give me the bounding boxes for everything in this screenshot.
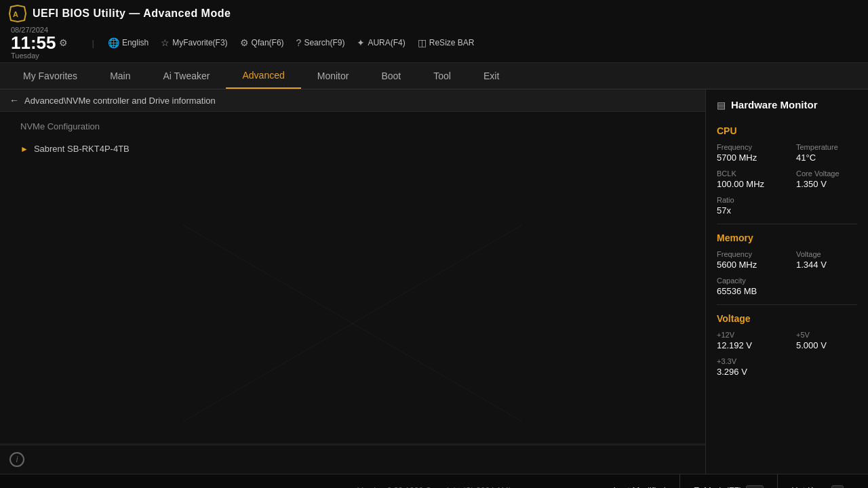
last-modified-button[interactable]: Last Modified [599,474,679,489]
memory-capacity-label: Capacity [717,277,778,285]
cpu-temperature-label: Temperature [796,143,857,151]
toolbar-english-label: English [122,38,149,47]
info-icon-area: i [0,445,705,474]
globe-icon: 🌐 [108,37,119,48]
app-title: UEFI BIOS Utility — Advanced Mode [33,7,231,20]
content-inner: NVMe Configuration ► Sabrent SB-RKT4P-4T… [0,112,705,443]
cpu-ratio-value: 57x [717,205,778,216]
nav-tool[interactable]: Tool [417,64,467,88]
datetime: 08/27/2024 11:55 ⚙ Tuesday [11,26,68,60]
cpu-core-voltage-label: Core Voltage [796,169,857,178]
hw-monitor-panel: ▤ Hardware Monitor CPU Frequency 5700 MH… [705,89,868,474]
memory-frequency-label: Frequency [717,250,778,258]
nav-advanced[interactable]: Advanced [226,63,300,89]
memory-frequency-value: 5600 MHz [717,260,778,270]
voltage-33v-label: +3.3V [717,357,778,365]
aura-icon: ✦ [357,37,365,48]
cpu-memory-divider [717,224,857,224]
memory-frequency-col: Frequency 5600 MHz [717,250,778,270]
cpu-core-voltage-col: Core Voltage 1.350 V [796,169,857,189]
toolbar-myfavorite-label: MyFavorite(F3) [172,38,227,47]
nav-boot[interactable]: Boot [365,64,417,88]
voltage-12v-5v-row: +12V 12.192 V +5V 5.000 V [717,331,857,350]
toolbar-qfan[interactable]: ⚙ Qfan(F6) [240,37,284,48]
hotkeys-key: ? [831,485,844,489]
breadcrumb-bar[interactable]: ← Advanced\NVMe controller and Drive inf… [0,89,705,112]
hotkeys-button[interactable]: Hot Keys ? [778,474,857,489]
back-arrow[interactable]: ← [9,95,19,106]
nav-exit[interactable]: Exit [467,64,515,88]
ezmode-label: EzMode(F7) [694,485,743,488]
footer-buttons: Last Modified EzMode(F7) |→ Hot Keys ? [599,474,857,489]
drive-name: Sabrent SB-RKT4P-4TB [34,144,130,154]
day-display: Tuesday [11,52,68,60]
logo-area: A UEFI BIOS Utility — Advanced Mode [8,4,231,23]
svg-text:A: A [13,10,18,18]
toolbar-resizebar[interactable]: ◫ ReSize BAR [418,37,475,48]
cpu-bclk-value: 100.00 MHz [717,179,778,189]
hotkeys-label: Hot Keys [791,485,827,488]
ezmode-button[interactable]: EzMode(F7) |→ [680,474,778,489]
cpu-ratio-col: Ratio 57x [717,196,778,216]
footer: Version 2.22.1286 Copyright (C) 2024 AMI… [0,474,868,488]
toolbar-aura-label: AURA(F4) [368,38,405,47]
toolbar: 🌐 English ☆ MyFavorite(F3) ⚙ Qfan(F6) ? … [108,37,860,48]
nav-main[interactable]: Main [94,64,146,88]
drive-expand-arrow: ► [20,144,28,154]
toolbar-resizebar-label: ReSize BAR [429,38,475,47]
resize-icon: ◫ [418,37,427,48]
voltage-12v-value: 12.192 V [717,340,778,350]
cpu-bclk-label: BCLK [717,169,778,178]
memory-voltage-value: 1.344 V [796,260,857,270]
hw-monitor-header: ▤ Hardware Monitor [717,99,857,116]
asus-logo: A [8,4,27,23]
cpu-freq-temp-row: Frequency 5700 MHz Temperature 41°C [717,143,857,163]
version-text: Version 2.22.1286 Copyright (C) 2024 AMI [357,486,510,489]
cpu-frequency-col: Frequency 5700 MHz [717,143,778,163]
nav-monitor[interactable]: Monitor [301,64,366,88]
memory-freq-voltage-row: Frequency 5600 MHz Voltage 1.344 V [717,250,857,270]
info-icon[interactable]: i [9,452,24,467]
voltage-section-title: Voltage [717,313,857,324]
voltage-5v-label: +5V [796,331,857,339]
search-icon: ? [296,37,302,48]
toolbar-english[interactable]: 🌐 English [108,37,149,48]
content-area: ← Advanced\NVMe controller and Drive inf… [0,89,705,474]
toolbar-myfavorite[interactable]: ☆ MyFavorite(F3) [161,37,227,48]
memory-capacity-col: Capacity 65536 MB [717,277,778,296]
voltage-5v-value: 5.000 V [796,340,857,350]
fan-icon: ⚙ [240,37,249,48]
memory-voltage-col: Voltage 1.344 V [796,250,857,270]
memory-section-title: Memory [717,232,857,243]
cpu-ratio-row: Ratio 57x [717,196,857,216]
toolbar-qfan-label: Qfan(F6) [252,38,284,47]
cpu-bclk-voltage-row: BCLK 100.00 MHz Core Voltage 1.350 V [717,169,857,189]
time-display: 11:55 [11,34,56,52]
toolbar-search-label: Search(F9) [304,38,344,47]
voltage-12v-label: +12V [717,331,778,339]
cpu-ratio-label: Ratio [717,196,778,204]
voltage-12v-col: +12V 12.192 V [717,331,778,350]
drive-item[interactable]: ► Sabrent SB-RKT4P-4TB [14,140,692,158]
cpu-section-title: CPU [717,125,857,136]
voltage-33v-col: +3.3V 3.296 V [717,357,778,377]
last-modified-label: Last Modified [613,485,665,488]
memory-voltage-label: Voltage [796,250,857,258]
breadcrumb: Advanced\NVMe controller and Drive infor… [24,96,216,106]
cpu-frequency-value: 5700 MHz [717,152,778,163]
main-layout: ← Advanced\NVMe controller and Drive inf… [0,89,868,474]
settings-icon[interactable]: ⚙ [59,37,68,48]
voltage-33v-value: 3.296 V [717,367,778,377]
memory-capacity-value: 65536 MB [717,286,778,296]
nav-my-favorites[interactable]: My Favorites [7,64,94,88]
memory-voltage-divider [717,304,857,305]
toolbar-aura[interactable]: ✦ AURA(F4) [357,37,405,48]
cpu-bclk-col: BCLK 100.00 MHz [717,169,778,189]
toolbar-search[interactable]: ? Search(F9) [296,37,345,48]
header: A UEFI BIOS Utility — Advanced Mode 08/2… [0,0,868,63]
voltage-5v-col: +5V 5.000 V [796,331,857,350]
nav-ai-tweaker[interactable]: Ai Tweaker [146,64,226,88]
hw-monitor-title: Hardware Monitor [731,99,818,110]
star-icon: ☆ [161,37,170,48]
ezmode-key: |→ [746,485,764,489]
